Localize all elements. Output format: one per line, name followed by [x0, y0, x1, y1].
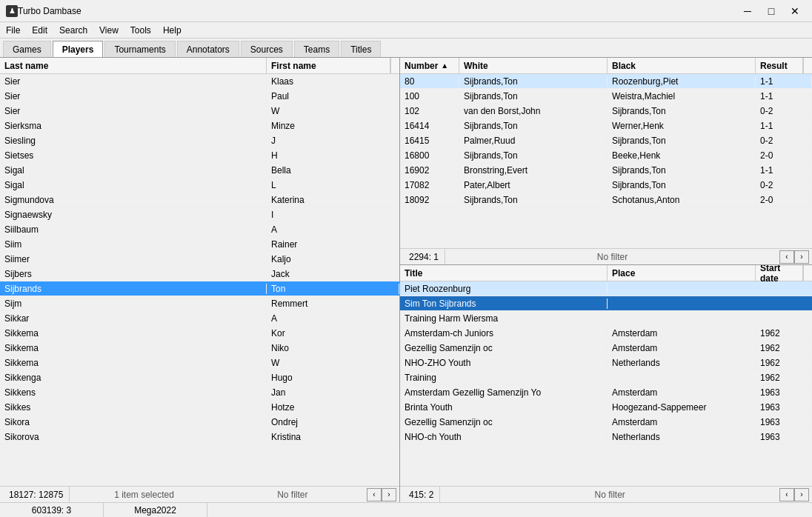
app-icon: ♟ [6, 5, 18, 17]
tab-tournaments[interactable]: Tournaments [104, 41, 175, 57]
cell-firstname: Rainer [267, 239, 399, 250]
table-row[interactable]: Sietses H [0, 148, 399, 163]
games-table-body[interactable]: 80 Sijbrands,Ton Roozenburg,Piet 1-1 100… [400, 74, 812, 248]
tournaments-filter: No filter [440, 490, 779, 500]
players-table-body[interactable]: Sier Klaas Sier Paul Sier W Sierksma Min… [0, 74, 399, 486]
tab-games[interactable]: Games [3, 41, 51, 57]
cell-place: Netherlands [608, 358, 756, 368]
table-row[interactable]: Sikkes Hotze [0, 400, 399, 415]
table-row[interactable]: 16902 Bronstring,Evert Sijbrands,Ton 1-1 [400, 163, 812, 178]
close-button[interactable]: ✕ [784, 4, 806, 19]
bottom-count: 603139: 3 [0, 503, 104, 517]
tournaments-nav-prev[interactable]: ‹ [779, 488, 794, 501]
table-row[interactable]: 16415 Palmer,Ruud Sijbrands,Ton 0-2 [400, 133, 812, 148]
maximize-button[interactable]: □ [760, 4, 782, 19]
tournaments-nav-next[interactable]: › [794, 488, 809, 501]
table-row[interactable]: Sigmundova Katerina [0, 193, 399, 207]
cell-number: 100 [400, 91, 459, 101]
games-nav-prev[interactable]: ‹ [779, 250, 794, 264]
table-row[interactable]: Siilbaum A [0, 222, 399, 237]
table-row[interactable]: Sikorova Kristina [0, 430, 399, 444]
cell-title: Training [400, 373, 608, 383]
table-row[interactable]: Brinta Youth Hoogezand-Sappemeer 1963 [400, 400, 812, 415]
table-row[interactable]: 100 Sijbrands,Ton Weistra,Machiel 1-1 [400, 89, 812, 104]
table-row[interactable]: Sier W [0, 104, 399, 119]
cell-number: 17082 [400, 180, 459, 190]
table-row[interactable]: Signaewsky I [0, 207, 399, 222]
table-row[interactable]: Sikkenga Hugo [0, 370, 399, 385]
table-row[interactable]: 102 van den Borst,John Sijbrands,Ton 0-2 [400, 104, 812, 119]
players-selected: 1 item selected [70, 490, 218, 500]
col-header-startdate[interactable]: Start date [756, 265, 803, 281]
cell-startdate: 1963 [756, 432, 812, 442]
table-row[interactable]: 80 Sijbrands,Ton Roozenburg,Piet 1-1 [400, 74, 812, 89]
cell-firstname: Kristina [267, 432, 399, 442]
cell-firstname: Kaljo [267, 254, 399, 264]
col-header-result[interactable]: Result [756, 58, 803, 73]
table-row[interactable]: Sikkens Jan [0, 385, 399, 400]
table-row[interactable]: 18092 Sijbrands,Ton Schotanus,Anton 2-0 [400, 193, 812, 207]
table-row[interactable]: Sijbers Jack [0, 267, 399, 281]
games-nav-next[interactable]: › [794, 250, 809, 264]
col-header-white[interactable]: White [459, 58, 608, 73]
col-header-black[interactable]: Black [608, 58, 756, 73]
table-row[interactable]: Sigal L [0, 178, 399, 193]
tab-teams[interactable]: Teams [294, 41, 339, 57]
col-header-firstname[interactable]: First name [267, 58, 390, 73]
players-nav-prev[interactable]: ‹ [367, 488, 382, 501]
menu-view[interactable]: View [93, 22, 124, 38]
table-row[interactable]: Sijbrands Ton [0, 281, 399, 296]
table-row[interactable]: Sijm Remmert [0, 296, 399, 311]
table-row[interactable]: Sim Ton Sijbrands [400, 296, 812, 311]
menu-edit[interactable]: Edit [26, 22, 53, 38]
menu-help[interactable]: Help [157, 22, 187, 38]
table-row[interactable]: NHO-ZHO Youth Netherlands 1962 [400, 356, 812, 370]
table-row[interactable]: NHO-ch Youth Netherlands 1963 [400, 430, 812, 444]
table-row[interactable]: Sikkema Niko [0, 341, 399, 356]
col-header-number[interactable]: Number ▲ [400, 58, 459, 73]
menu-tools[interactable]: Tools [124, 22, 157, 38]
table-row[interactable]: Siimer Kaljo [0, 252, 399, 267]
tab-titles[interactable]: Titles [341, 41, 381, 57]
table-row[interactable]: Sigal Bella [0, 163, 399, 178]
table-row[interactable]: Sier Klaas [0, 74, 399, 89]
cell-firstname: Jack [267, 269, 399, 279]
table-row[interactable]: Gezellig Samenzijn oc Amsterdam 1962 [400, 341, 812, 356]
col-header-lastname[interactable]: Last name [0, 58, 267, 73]
tournaments-table-header: Title Place Start date [400, 265, 812, 281]
table-row[interactable]: 16414 Sijbrands,Ton Werner,Henk 1-1 [400, 119, 812, 133]
menu-file[interactable]: File [0, 22, 26, 38]
table-row[interactable]: Sikkema Kor [0, 326, 399, 341]
scroll-spacer [803, 58, 812, 73]
table-row[interactable]: Training 1962 [400, 370, 812, 385]
tab-players[interactable]: Players [53, 41, 104, 57]
col-header-title[interactable]: Title [400, 265, 608, 281]
minimize-button[interactable]: ─ [736, 4, 759, 19]
table-row[interactable]: Siim Rainer [0, 237, 399, 252]
cell-title: Sim Ton Sijbrands [400, 298, 608, 309]
table-row[interactable]: Gezellig Samenzijn oc Amsterdam 1963 [400, 415, 812, 430]
menu-search[interactable]: Search [53, 22, 93, 38]
table-row[interactable]: 17082 Pater,Albert Sijbrands,Ton 0-2 [400, 178, 812, 193]
tab-annotators[interactable]: Annotators [177, 41, 239, 57]
cell-startdate: 1963 [756, 417, 812, 427]
col-header-place[interactable]: Place [608, 265, 756, 281]
tournaments-table-body[interactable]: Piet Roozenburg Sim Ton Sijbrands Traini… [400, 281, 812, 486]
players-panel: Last name First name Sier Klaas Sier Pau… [0, 58, 400, 502]
cell-result: 0-2 [756, 180, 812, 190]
table-row[interactable]: Sikora Ondrej [0, 415, 399, 430]
table-row[interactable]: Sikkar A [0, 311, 399, 326]
table-row[interactable]: Sier Paul [0, 89, 399, 104]
cell-place: Amsterdam [608, 387, 756, 398]
players-nav-next[interactable]: › [382, 488, 396, 501]
table-row[interactable]: Amsterdam Gezellig Samenzijn Yo Amsterda… [400, 385, 812, 400]
table-row[interactable]: Amsterdam-ch Juniors Amsterdam 1962 [400, 326, 812, 341]
table-row[interactable]: Piet Roozenburg [400, 281, 812, 296]
table-row[interactable]: Training Harm Wiersma [400, 311, 812, 326]
table-row[interactable]: Sikkema W [0, 356, 399, 370]
table-row[interactable]: Siesling J [0, 133, 399, 148]
tab-sources[interactable]: Sources [241, 41, 293, 57]
cell-startdate: 1962 [756, 358, 812, 368]
table-row[interactable]: 16800 Sijbrands,Ton Beeke,Henk 2-0 [400, 148, 812, 163]
table-row[interactable]: Sierksma Minze [0, 119, 399, 133]
